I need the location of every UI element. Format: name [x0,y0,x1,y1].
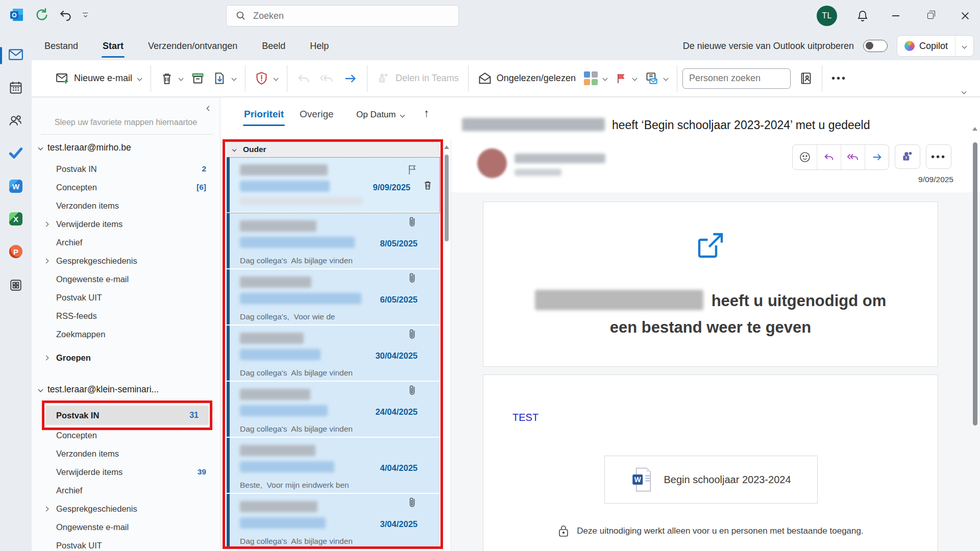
folder-gesprekgeschiedenis-2[interactable]: Gesprekgeschiedenis [32,499,220,518]
notifications-bell-icon[interactable] [856,10,869,22]
react-button[interactable] [793,145,817,169]
folder-zoekmappen[interactable]: Zoekmappen [32,325,220,343]
attachment-card[interactable]: W Begin schooljaar 2023-2024 [604,456,818,504]
copilot-dropdown[interactable] [955,35,973,57]
rail-calendar-icon[interactable] [0,81,32,95]
share-to-teams-button[interactable]: T Delen in Teams [373,67,463,90]
email-item[interactable]: 8/05/2025 Dag collega's Als bijlage vind… [227,213,440,269]
rules-button[interactable] [641,67,672,89]
forward-button[interactable] [338,67,362,90]
folder-postvak-in-selected[interactable]: Postvak IN 31 [46,406,209,425]
group-header-ouder[interactable]: Ouder [227,142,440,157]
search-box[interactable] [226,5,459,27]
account-header-mirho[interactable]: test.leraar@mirho.be [39,142,131,153]
more-commands-button[interactable]: ••• [827,68,851,88]
email-item[interactable]: 6/05/2025 Dag collega's, Voor wie de [227,269,440,325]
undo-icon[interactable] [59,8,72,21]
rail-word-icon[interactable]: W [0,180,32,193]
folder-verzonden-items[interactable]: Verzonden items [32,196,220,215]
folder-ongewenste-email-2[interactable]: Ongewenste e-mail [32,518,220,536]
collapse-ribbon-icon[interactable] [962,89,967,94]
forward-icon [870,152,884,163]
email-item[interactable]: 24/04/2025 Dag collega's Als bijlage vin… [227,382,440,438]
forward-button[interactable] [865,145,889,169]
folder-postvak-uit[interactable]: Postvak UIT [32,288,220,307]
search-input[interactable] [253,11,437,21]
address-book-button[interactable] [795,67,817,89]
scrollbar-thumb[interactable] [445,155,449,241]
attachment-paperclip-icon [408,385,416,398]
list-scrollbar[interactable] [444,143,450,546]
delete-button[interactable] [156,68,187,89]
more-actions-button[interactable]: ••• [926,144,951,169]
collapse-folder-pane-icon[interactable] [207,107,211,110]
rail-powerpoint-icon[interactable]: P [0,245,32,258]
flag-icon[interactable] [407,164,418,178]
folder-concepten[interactable]: Concepten[6] [32,178,220,196]
move-to-button[interactable] [209,67,240,89]
account-avatar[interactable]: TL [817,6,837,26]
folder-groepen[interactable]: Groepen [32,348,220,367]
email-item[interactable]: 3/04/2025 Dag collega's Als bijlage vind… [227,494,440,549]
reply-button[interactable] [292,67,315,90]
menu-bestand[interactable]: Bestand [43,38,79,55]
new-mail-button[interactable]: Nieuwe e-mail [51,67,145,90]
try-new-outlook-toggle[interactable] [863,40,888,52]
reply-all-button[interactable] [841,145,865,169]
report-phishing-button[interactable] [251,67,282,89]
menu-beeld[interactable]: Beeld [261,38,286,55]
scroll-up-icon[interactable] [972,127,977,131]
menu-help[interactable]: Help [309,38,330,55]
email-item[interactable]: 30/04/2025 Dag collega's Als bijlage vin… [227,325,440,382]
tab-overige[interactable]: Overige [300,109,334,120]
reading-scrollbar[interactable] [972,127,978,551]
folder-archief[interactable]: Archief [32,233,220,252]
share-to-teams-button[interactable]: T [895,144,920,169]
sync-icon[interactable] [35,8,49,22]
read-unread-button[interactable]: Ongelezen/gelezen [474,67,580,90]
reply-button[interactable] [817,145,841,169]
tab-prioriteit[interactable]: Prioriteit [244,109,284,120]
reply-all-button[interactable] [315,67,338,90]
email-preview: Dag collega's Als bijlage vinden [240,537,353,546]
folder-verzonden-items-2[interactable]: Verzonden items [32,444,220,463]
minimize-button[interactable] [888,8,903,23]
rail-mail-icon[interactable] [0,48,32,61]
folder-gesprekgeschiedenis[interactable]: Gesprekgeschiedenis [32,252,220,270]
close-button[interactable] [958,8,973,23]
rail-people-icon[interactable] [0,113,32,128]
folder-archief-2[interactable]: Archief [32,481,220,499]
unread-indicator [227,269,230,324]
scroll-up-icon[interactable] [444,145,449,149]
rail-more-apps-icon[interactable] [0,279,32,292]
delete-email-icon[interactable] [423,180,433,193]
folder-rss-feeds[interactable]: RSS-feeds [32,307,220,325]
scrollbar-thumb[interactable] [973,142,977,425]
rail-todo-icon[interactable] [0,147,32,159]
people-search-input[interactable] [689,73,781,84]
folder-postvak-uit-2[interactable]: Postvak UIT [32,536,220,551]
app-rail: W X P [0,32,32,551]
blurred-subject [240,349,321,360]
rail-excel-icon[interactable]: X [0,212,32,226]
sort-dropdown[interactable]: Op Datum [356,110,404,120]
categorize-button[interactable] [580,67,611,89]
folder-ongewenste-email[interactable]: Ongewenste e-mail [32,270,220,288]
copilot-label: Copilot [919,41,948,52]
email-item[interactable]: 9/09/2025 [227,157,440,213]
email-item[interactable]: 4/04/2025 Beste, Voor mijn eindwerk ben [227,438,440,494]
sort-direction-icon[interactable]: ↑ [424,107,429,120]
flag-button[interactable] [611,68,641,89]
menu-start[interactable]: Start [102,38,125,55]
account-header-klein-seminari[interactable]: test.leraar@klein-seminari... [39,384,159,395]
restore-button[interactable] [923,8,938,23]
folder-postvak-in[interactable]: Postvak IN2 [32,160,220,178]
archive-button[interactable] [187,67,209,89]
menu-verzenden-ontvangen[interactable]: Verzenden/ontvangen [147,38,238,55]
customize-qat-icon[interactable] [83,13,88,17]
folder-verwijderde-items[interactable]: Verwijderde items [32,215,220,233]
folder-concepten-2[interactable]: Concepten [32,426,220,444]
copilot-button[interactable]: Copilot [897,35,974,57]
folder-verwijderde-items-2[interactable]: Verwijderde items39 [32,463,220,481]
people-search-box[interactable] [682,68,791,89]
